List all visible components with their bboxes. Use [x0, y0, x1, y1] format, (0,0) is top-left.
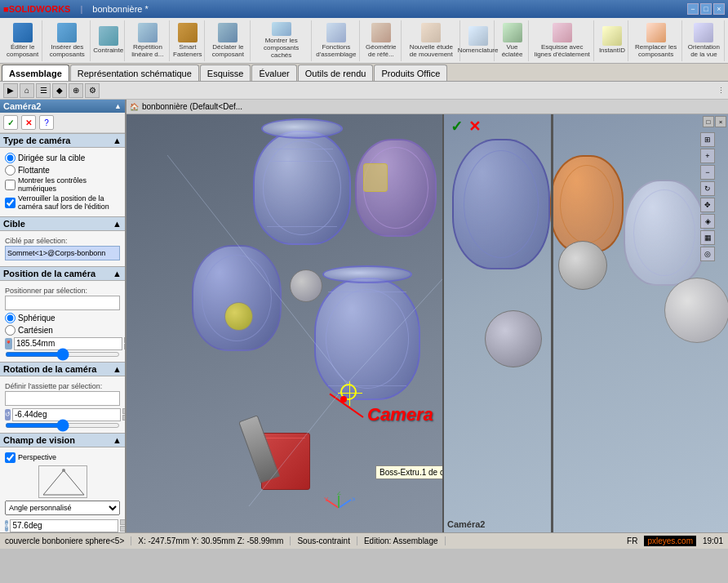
maximize-button[interactable]: □	[700, 3, 712, 15]
jar-lid-topleft	[261, 118, 343, 139]
toolbar-instant[interactable]: InstantID	[596, 20, 628, 61]
radio-spherique[interactable]	[5, 313, 16, 323]
tb2-btn-1[interactable]: ▶	[3, 83, 18, 98]
vp-right-icon-1[interactable]: ⊞	[700, 132, 715, 147]
camera-help-button[interactable]: ?	[39, 115, 54, 130]
tab-produits-office[interactable]: Produits Office	[374, 65, 447, 81]
vp-right-icon-5[interactable]: ✥	[700, 198, 715, 212]
titlebar-left: ■SOLIDWORKS | bonbonnière *	[3, 4, 149, 14]
rotation-input[interactable]	[5, 391, 120, 406]
cb-lock-position-label: Verrouiller la position de la caméra sau…	[18, 195, 120, 211]
viewport-topbar: 🏠 bonbonnière (Default<Def...	[127, 100, 728, 114]
status-edition: Edition: Assemblage	[364, 536, 446, 545]
radio-cartesian[interactable]	[5, 325, 16, 336]
toolbar-geometry[interactable]: Géométrie de réfé...	[362, 20, 402, 61]
toolbar-vue[interactable]: Vue éclatée	[496, 20, 529, 61]
cb-show-controls[interactable]	[5, 180, 16, 190]
section-type-collapse-icon: ▲	[113, 136, 122, 145]
jar-lid-bottom	[322, 265, 412, 283]
toolbar-orientation[interactable]: Orientation de la vue	[684, 20, 725, 61]
tab-esquisse[interactable]: Esquisse	[200, 65, 251, 81]
toolbar-nomenclature[interactable]: Nomenclature	[462, 20, 495, 61]
svg-text:X: X	[352, 496, 355, 503]
camera-arrow-dot	[340, 396, 347, 403]
tabs-row: Assemblage Représentation schématique Es…	[0, 64, 728, 82]
fov-up-btn[interactable]	[120, 519, 127, 525]
toolbar-show[interactable]: Montrer les composants cachés	[252, 20, 312, 61]
toolbar-contrainte[interactable]: Contrainte	[92, 20, 125, 61]
camera-ok-button[interactable]: ✓	[3, 115, 18, 130]
secondary-toolbar: ▶ ⌂ ☰ ◆ ⊕ ⚙ ⋮	[0, 82, 728, 100]
toolbar-replace[interactable]: Remplacer les composants	[630, 20, 681, 61]
cb-show-controls-label: Montrer les contrôles numériques	[18, 177, 120, 194]
main-toolbar: Éditer le composant Insérer des composan…	[0, 18, 728, 64]
vp-right-icon-4[interactable]: ↻	[700, 181, 715, 196]
vp-right-restore-btn[interactable]: □	[703, 116, 714, 127]
tb2-btn-3[interactable]: ☰	[36, 83, 51, 98]
jar-accent	[363, 163, 388, 192]
fov-angle-input[interactable]	[10, 519, 118, 532]
status-filename: couvercle bonboniere sphere<5>	[5, 536, 131, 545]
radio-cartesian-label: Cartésien	[18, 326, 53, 335]
viewport-canvas[interactable]: Light Camera Boss-Extru.1 de corps-bonbo…	[127, 114, 728, 532]
tb2-btn-5[interactable]: ⊕	[69, 83, 83, 98]
section-type-label: Type de caméra	[3, 136, 70, 145]
section-type-header[interactable]: Type de caméra ▲	[0, 133, 125, 148]
section-rotation-label: Rotation de la caméra	[3, 364, 96, 374]
vp-right-icon-2[interactable]: +	[700, 149, 715, 163]
minimize-button[interactable]: −	[687, 3, 699, 15]
section-position-collapse-icon: ▲	[113, 269, 122, 278]
cible-input[interactable]: Sommet<1>@Corps-bonbonn	[5, 246, 120, 260]
section-rotation-header[interactable]: Rotation de la caméra ▲	[0, 362, 125, 376]
camera-cancel-button[interactable]: ✕	[21, 115, 36, 130]
cb-perspective-label: Perspective	[18, 453, 56, 461]
toolbar-repeat[interactable]: Répétition linéaire d...	[127, 20, 169, 61]
vp-right-close-btn[interactable]: ×	[715, 116, 726, 127]
tb2-btn-4[interactable]: ◆	[52, 83, 67, 98]
toolbar-explode[interactable]: Déclater le composant	[206, 20, 251, 61]
status-time: 19:01	[703, 536, 723, 545]
viewport-splitter[interactable]	[551, 114, 553, 532]
tab-representation[interactable]: Représentation schématique	[70, 65, 199, 81]
vp-right-icon-3[interactable]: −	[700, 165, 715, 180]
tb2-btn-6[interactable]: ⚙	[85, 83, 100, 98]
radio-floating[interactable]	[5, 165, 16, 176]
toolbar-new-study[interactable]: Nouvelle étude de mouvement	[403, 20, 460, 61]
radio-directed[interactable]	[5, 153, 16, 163]
status-watermark: pxleyes.com	[644, 536, 696, 546]
tab-outils-rendu[interactable]: Outils de rendu	[298, 65, 374, 81]
viewport-right[interactable]: Caméra2 □ × ✓ ✕ ⊞ + − ↻ ✥ ◈	[442, 114, 728, 532]
position-slider[interactable]	[5, 352, 120, 357]
cb-lock-position[interactable]	[5, 198, 16, 208]
vp-right-side-icons: ⊞ + − ↻ ✥ ◈ ▦ ◎	[700, 132, 715, 261]
toolbar-assembly-func[interactable]: Fonctions d'assemblage	[313, 20, 360, 61]
section-champ-header[interactable]: Champ de vision ▲	[0, 433, 125, 447]
tab-assemblage[interactable]: Assemblage	[2, 65, 69, 81]
toolbar-insert[interactable]: Insérer des composants	[44, 20, 91, 61]
rotation-slider[interactable]	[5, 423, 120, 428]
camera-panel-title: Caméra2 ▲	[0, 100, 125, 113]
svg-text:Y: Y	[324, 496, 329, 503]
axis-indicator: X Y Z	[322, 492, 355, 526]
tb2-btn-2[interactable]: ⌂	[20, 83, 34, 98]
fov-down-btn[interactable]	[120, 526, 127, 532]
cb-perspective[interactable]	[5, 452, 16, 463]
position-input[interactable]	[5, 296, 120, 310]
fov-diagram	[38, 465, 87, 498]
position-select-label: Positionner par sélection:	[5, 287, 120, 295]
section-cible-header[interactable]: Cible ▲	[0, 216, 125, 231]
toolbar-edit[interactable]: Éditer le composant	[3, 20, 42, 61]
toolbar-sketch[interactable]: Esquisse avec lignes d'éclatement	[530, 20, 594, 61]
vp-right-icon-7[interactable]: ▦	[700, 230, 715, 245]
angle-dropdown[interactable]: Angle personnalisé	[5, 501, 120, 515]
close-button[interactable]: ×	[713, 3, 725, 15]
section-position-header[interactable]: Position de la caméra ▲	[0, 266, 125, 281]
rotation-select-label: Définir l'assiette par sélection:	[5, 382, 120, 390]
toolbar-smart[interactable]: Smart Fasteners	[171, 20, 206, 61]
camera-close-icon[interactable]: ▲	[114, 102, 122, 110]
tab-evaluer[interactable]: Évaluer	[251, 65, 296, 81]
jar-left	[192, 245, 282, 351]
app-logo: ■SOLIDWORKS	[3, 4, 70, 14]
vp-right-icon-8[interactable]: ◎	[700, 247, 715, 261]
vp-right-icon-6[interactable]: ◈	[700, 214, 715, 229]
